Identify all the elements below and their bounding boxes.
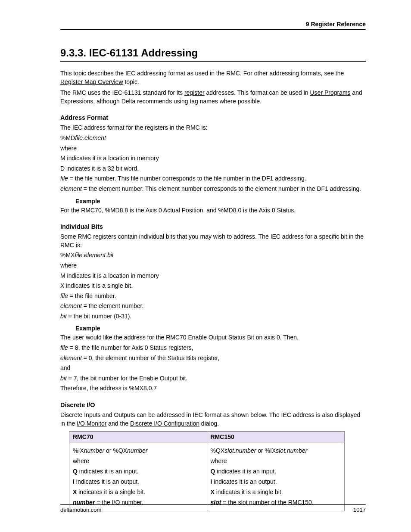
cell-rmc150: %QXslot.number or %IXslot.number where Q… [207, 442, 345, 511]
link-expressions[interactable]: Expressions [60, 98, 93, 105]
text: = the element number. This element numbe… [82, 185, 361, 192]
format-line: %MXfile.element.bit [60, 251, 366, 260]
text: indicates it is a single bit. [215, 488, 283, 495]
table-header-row: RMC70 RMC150 [69, 432, 345, 442]
text: addresses. This format can be used in [205, 89, 310, 96]
text: indicates it is an input. [78, 468, 139, 475]
text: or %QX [104, 447, 127, 454]
text: D indicates it is a 32 bit word. [60, 165, 366, 173]
text: file.element.bit [75, 252, 113, 258]
text: bit [60, 313, 67, 320]
text: indicates it is an output. [75, 478, 139, 485]
text: , although Delta recommends using tag na… [93, 98, 262, 105]
discrete-io-table: RMC70 RMC150 %IXnumber or %QXnumber wher… [69, 431, 345, 511]
heading-individual-bits: Individual Bits [60, 223, 366, 230]
text: element = the element number. This eleme… [60, 185, 366, 193]
text: X [73, 488, 77, 495]
page-footer: deltamotion.com 1017 [60, 504, 366, 513]
text: element [60, 355, 82, 361]
text: The user would like the address for the … [60, 333, 366, 342]
text: %MX [60, 252, 75, 258]
col-header-rmc70: RMC70 [69, 432, 207, 442]
heading-address-format: Address Format [60, 114, 366, 121]
text: Some RMC registers contain individual bi… [60, 233, 366, 249]
intro-para-2: The RMC uses the IEC-61131 standard for … [60, 89, 366, 106]
text: element = 0, the element number of the S… [60, 354, 366, 363]
text: = 8, the file number for Axis 0 Status r… [68, 344, 193, 351]
text: dialog. [199, 420, 219, 427]
link-discrete-io-config[interactable]: Discrete I/O Configuration [130, 420, 199, 427]
text: and the [106, 420, 130, 427]
text: where [211, 457, 341, 466]
text: file = the file number. This file number… [60, 174, 366, 183]
link-register[interactable]: register [184, 89, 205, 96]
text: file [75, 134, 83, 141]
text: where [73, 457, 203, 466]
text: file [60, 175, 68, 182]
text: element = the element number. [60, 302, 366, 311]
text: = the file number. This file number corr… [68, 175, 306, 182]
table-row: %IXnumber or %QXnumber where Q indicates… [69, 442, 345, 511]
text: file = 8, the file number for Axis 0 Sta… [60, 344, 366, 352]
cell-rmc70: %IXnumber or %QXnumber where Q indicates… [69, 442, 207, 511]
example-text: For the RMC70, %MD8.8 is the Axis 0 Actu… [60, 206, 366, 215]
text: X [211, 488, 215, 495]
text: This topic describes the IEC addressing … [60, 70, 344, 77]
text: Q [211, 468, 215, 475]
page-title: 9.3.3. IEC-61131 Addressing [60, 47, 366, 62]
text: bit = 7, the bit number for the Enable O… [60, 374, 366, 383]
intro-para-1: This topic describes the IEC addressing … [60, 69, 366, 86]
text: Therefore, the address is %MX8.0.7 [60, 384, 366, 393]
text: slot.number [276, 447, 307, 454]
footer-page-number: 1017 [353, 507, 366, 513]
footer-site: deltamotion.com [60, 507, 101, 513]
example-label: Example [75, 325, 366, 332]
text: where [60, 261, 366, 270]
text: bit [60, 375, 67, 382]
heading-discrete-io: Discrete I/O [60, 401, 366, 408]
text: = 7, the bit number for the Enable Outpu… [67, 375, 188, 382]
text: and [351, 89, 362, 96]
text: %QX [211, 447, 225, 454]
text: bit = the bit number (0-31). [60, 312, 366, 321]
text: indicates it is a single bit. [77, 488, 145, 495]
link-register-map-overview[interactable]: Register Map Overview [60, 78, 123, 85]
text: M indicates it is a location in memory [60, 154, 366, 163]
text: number [84, 447, 104, 454]
text: %IX [73, 447, 84, 454]
text: %MD [60, 134, 75, 141]
text: Q [73, 468, 78, 475]
text: number [127, 447, 147, 454]
example-label: Example [75, 198, 366, 205]
format-line: %MDfile.element [60, 134, 366, 143]
text: element [60, 185, 82, 192]
text: slot.number [224, 447, 256, 454]
text: topic. [123, 78, 139, 85]
page-header: 9 Register Reference [60, 21, 366, 30]
text: where [60, 144, 366, 153]
link-user-programs[interactable]: User Programs [310, 89, 350, 96]
text: indicates it is an input. [215, 468, 276, 475]
text: and [60, 364, 366, 373]
text: file = the file number. [60, 292, 366, 301]
text: = the file number. [68, 292, 116, 299]
text: indicates it is an output. [212, 478, 277, 485]
text: element [60, 302, 82, 309]
text: or %IX [256, 447, 276, 454]
text: = 0, the element number of the Status Bi… [82, 355, 219, 361]
text: file [60, 292, 68, 299]
text: M indicates it is a location in memory [60, 272, 366, 280]
text: = the bit number (0-31). [67, 313, 132, 320]
text: = the element number. [82, 302, 144, 309]
text: element [84, 134, 106, 141]
link-io-monitor[interactable]: I/O Monitor [77, 420, 106, 427]
text: The IEC address format for the registers… [60, 124, 366, 132]
col-header-rmc150: RMC150 [207, 432, 345, 442]
text: X indicates it is a single bit. [60, 282, 366, 290]
text: file [60, 344, 68, 351]
text: Discrete Inputs and Outputs can be addre… [60, 411, 366, 428]
text: The RMC uses the IEC-61131 standard for … [60, 89, 184, 96]
